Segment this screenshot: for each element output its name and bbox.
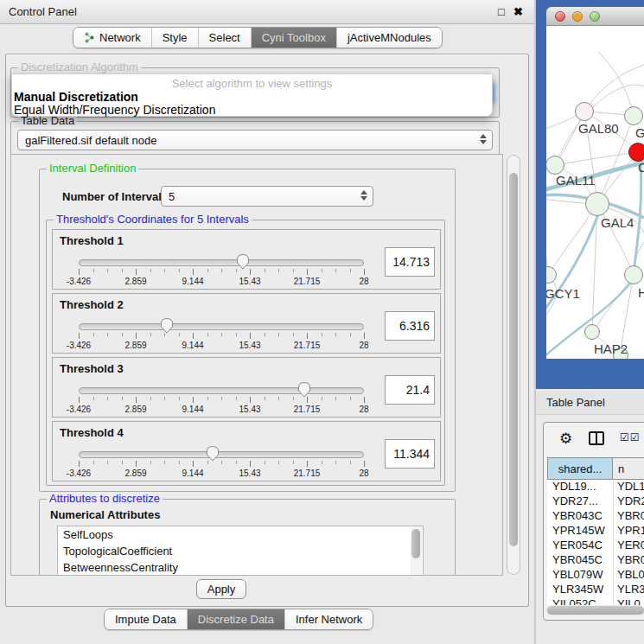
table-data-combobox[interactable]: galFiltered.sif default node (17, 130, 493, 150)
list-item[interactable]: SelfLoops (58, 526, 423, 543)
tab-select[interactable]: Select (199, 28, 252, 48)
network-node[interactable] (546, 156, 564, 175)
zoom-traffic-light-icon[interactable] (590, 11, 600, 22)
table-row[interactable]: YBR045CYBR0 (547, 553, 644, 568)
network-node[interactable] (585, 192, 609, 216)
gear-icon[interactable]: ⚙ (559, 430, 572, 448)
cell[interactable]: YDL1 (613, 480, 644, 494)
cell[interactable]: YBR0 (613, 553, 644, 568)
tab-cyni-toolbox[interactable]: Cyni Toolbox (252, 28, 337, 48)
settings-scrollbar[interactable] (507, 155, 520, 575)
threshold-2-slider[interactable]: -3.4262.8599.14415.4321.71528 (79, 320, 364, 351)
cell[interactable]: YLR345W (547, 583, 613, 597)
network-node[interactable] (624, 106, 643, 125)
list-item[interactable]: BetweennessCentrality (58, 559, 423, 576)
cell[interactable]: YLR3 (613, 583, 644, 597)
table-row[interactable]: YDL19...YDL1 (547, 480, 644, 494)
threshold-3-slider[interactable]: -3.4262.8599.14415.4321.71528 (79, 384, 364, 415)
scrollbar-thumb[interactable] (547, 606, 644, 615)
slider-track[interactable] (79, 259, 364, 266)
threshold-2-value[interactable]: 6.316 (385, 311, 435, 341)
thresholds-group-title: Threshold's Coordinates for 5 Intervals (54, 214, 252, 226)
tab-network[interactable]: Network (73, 28, 152, 48)
network-node[interactable] (628, 143, 644, 162)
node-label: C (638, 160, 644, 175)
table-horizontal-scrollbar[interactable] (545, 605, 644, 616)
table-row[interactable]: YBR043CYBR0 (547, 509, 644, 524)
cell[interactable]: YPR145W (547, 524, 613, 539)
cell[interactable]: YBL0 (613, 568, 644, 583)
slider-track[interactable] (79, 323, 364, 330)
cell[interactable]: YDR27... (547, 494, 613, 509)
node-label: GCY1 (546, 286, 580, 301)
num-intervals-combobox[interactable]: 5 (161, 186, 373, 207)
table-row[interactable]: YDR27...YDR2 (547, 494, 644, 509)
threshold-1-slider[interactable]: -3.4262.8599.14415.4321.71528 (79, 256, 364, 287)
select-columns-icon[interactable]: ☑☑ (620, 431, 641, 443)
threshold-4-value[interactable]: 11.344 (385, 439, 435, 469)
algorithm-dropdown-popup: Select algorithm to view settings Manual… (11, 73, 493, 117)
attributes-group-title: Attributes to discretize (47, 493, 163, 505)
list-item[interactable]: TopologicalCoefficient (58, 543, 423, 559)
threshold-1-value[interactable]: 14.713 (385, 247, 435, 277)
slider-tick-labels: -3.4262.8599.14415.4321.71528 (79, 469, 364, 479)
table-row[interactable]: YBL079WYBL0 (547, 568, 644, 583)
columns-icon[interactable] (589, 431, 604, 445)
close-icon[interactable]: ✖ (513, 5, 523, 18)
menu-item-manual-discretization[interactable]: Manual Discretization (14, 90, 138, 104)
slider-thumb[interactable] (206, 445, 220, 462)
cell[interactable]: YDL19... (547, 480, 613, 494)
network-node[interactable] (624, 265, 643, 284)
column-header-name[interactable]: n (613, 457, 644, 480)
thresholds-group: Threshold's Coordinates for 5 Intervals … (46, 220, 445, 486)
tab-impute-data[interactable]: Impute Data (105, 609, 188, 629)
network-canvas[interactable]: GAL80 G C GAL11 GAL4 GCY1 H HAP2 (546, 26, 644, 359)
threshold-3-value[interactable]: 21.4 (385, 375, 435, 405)
tab-infer-network-label: Infer Network (296, 613, 362, 626)
close-traffic-light-icon[interactable] (555, 11, 565, 22)
column-header-shared[interactable]: shared... (547, 457, 613, 480)
cell[interactable]: YPR1 (613, 524, 644, 539)
network-node[interactable] (584, 324, 600, 340)
threshold-3-panel: Threshold 3 -3.4262.8599.14415.4321.7152… (52, 357, 441, 418)
node-label: H (638, 285, 644, 300)
table-row[interactable]: YLR345WYLR3 (547, 583, 644, 597)
cell[interactable]: YDR2 (613, 494, 644, 509)
table-row[interactable]: YPR145WYPR1 (547, 524, 644, 539)
cell[interactable]: YBR0 (613, 509, 644, 524)
tab-jactivemnodules[interactable]: jActiveMNodules (337, 28, 442, 48)
network-node[interactable] (575, 102, 594, 121)
slider-thumb[interactable] (160, 317, 174, 335)
slider-tick-labels: -3.4262.8599.14415.4321.71528 (79, 277, 364, 287)
menu-item-equal-width-frequency[interactable]: Equal Width/Frequency Discretization (14, 103, 215, 117)
attributes-scrollbar[interactable] (411, 527, 422, 576)
network-window: GAL80 G C GAL11 GAL4 GCY1 H HAP2 (536, 0, 644, 389)
tab-cyni-toolbox-label: Cyni Toolbox (262, 31, 326, 44)
panel-title: Control Panel (9, 5, 77, 18)
table-row[interactable]: YER054CYER0 (547, 539, 644, 553)
network-window-titlebar[interactable] (546, 7, 644, 26)
slider-track[interactable] (79, 451, 364, 458)
slider-thumb[interactable] (297, 381, 311, 399)
apply-button[interactable]: Apply (196, 579, 246, 599)
cell[interactable]: YER054C (547, 539, 613, 553)
node-label: GAL11 (556, 173, 596, 188)
cell[interactable]: YBR045C (547, 553, 613, 568)
slider-ticks (79, 461, 364, 468)
tab-infer-network[interactable]: Infer Network (285, 609, 373, 629)
tab-discretize-data[interactable]: Discretize Data (188, 609, 285, 629)
numerical-attributes-list[interactable]: SelfLoops TopologicalCoefficient Between… (57, 526, 424, 576)
float-window-icon[interactable]: □ (498, 5, 505, 18)
slider-track[interactable] (79, 387, 364, 394)
scrollbar-thumb[interactable] (509, 173, 518, 546)
slider-thumb[interactable] (236, 253, 250, 271)
cell[interactable]: YBL079W (547, 568, 613, 583)
minimize-traffic-light-icon[interactable] (572, 11, 583, 22)
settings-viewport: Interval Definition Number of Intervals … (10, 154, 503, 576)
tab-style[interactable]: Style (152, 28, 199, 48)
threshold-4-slider[interactable]: -3.4262.8599.14415.4321.71528 (79, 448, 364, 479)
algorithm-placeholder: Select algorithm to view settings (12, 77, 492, 90)
cell[interactable]: YBR043C (547, 509, 613, 524)
table-toolbar: ⚙ ☑☑ (544, 423, 644, 456)
cell[interactable]: YER0 (613, 539, 644, 553)
